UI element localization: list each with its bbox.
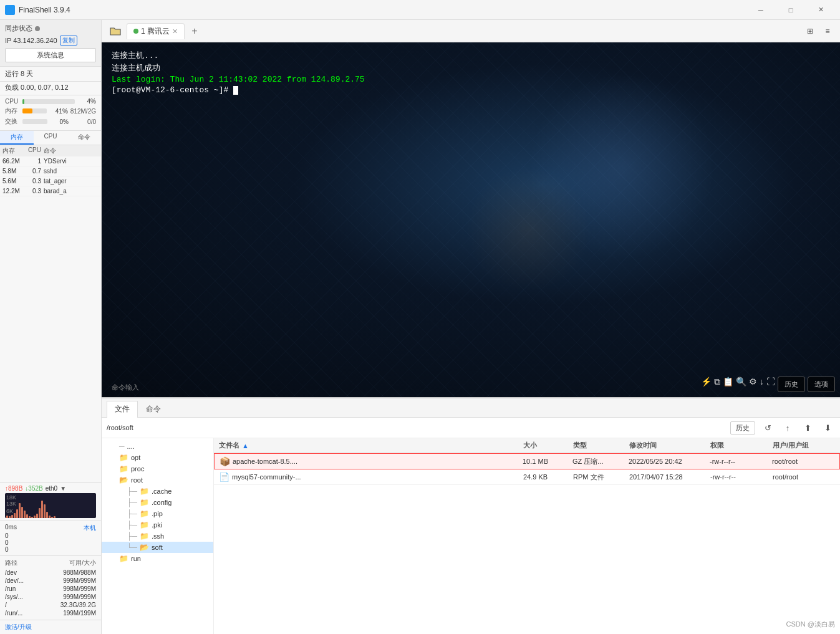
disk-col-size: 可用/大小 xyxy=(69,559,96,567)
file-icon[interactable]: 📋 xyxy=(723,377,733,392)
tab-command[interactable]: 命令 xyxy=(138,401,169,417)
tree-item-proc[interactable]: 📁 proc xyxy=(102,463,213,474)
tab-close-icon[interactable]: ✕ xyxy=(172,27,178,36)
latency-val2: 0 xyxy=(5,539,96,546)
file-size-tomcat: 10.1 MB xyxy=(523,458,572,465)
title-bar: FinalShell 3.9.4 ─ □ ✕ xyxy=(0,0,840,20)
latency-val3: 0 xyxy=(5,546,96,553)
terminal-area[interactable]: 连接主机... 连接主机成功 Last login: Thu Jun 2 11:… xyxy=(102,42,840,397)
tree-item-label: .pki xyxy=(152,521,162,529)
app-icon xyxy=(5,5,15,15)
minimize-button[interactable]: ─ xyxy=(746,0,775,20)
fullscreen-icon[interactable]: ⛶ xyxy=(766,377,775,392)
mem-percent: 41% xyxy=(49,108,68,115)
sync-status: 同步状态 xyxy=(5,24,96,33)
file-list-header: 文件名 ▲ 大小 类型 修改时间 权限 用户/用户组 xyxy=(214,438,840,453)
proc-list-header: 内存 CPU 命令 xyxy=(0,145,101,156)
copy-button[interactable]: 复制 xyxy=(60,36,77,46)
folder-icon-button[interactable] xyxy=(107,22,124,40)
download-file-icon[interactable]: ⬇ xyxy=(820,420,835,435)
search-icon[interactable]: 🔍 xyxy=(736,377,746,392)
window-controls: ─ □ ✕ xyxy=(746,0,835,20)
tree-item-cache[interactable]: ├─ 📁 .cache xyxy=(102,486,213,497)
proc-tab-cmd[interactable]: 命令 xyxy=(67,131,101,145)
proc-tab-cpu[interactable]: CPU xyxy=(34,131,67,145)
refresh-icon[interactable]: ↺ xyxy=(760,420,775,435)
proc-row[interactable]: 5.6M 0.3 tat_ager xyxy=(0,176,101,186)
folder-icon: 📁 xyxy=(140,487,149,496)
file-panel: /root/soft 历史 ↺ ↑ ⬆ ⬇ ─ .... xyxy=(102,418,840,634)
file-perm-mysql: -rw-r--r-- xyxy=(710,473,773,481)
file-icon-mysql: 📄 xyxy=(219,472,229,482)
download-icon[interactable]: ↓ xyxy=(760,377,764,392)
net-dropdown-icon[interactable]: ▼ xyxy=(60,485,66,492)
close-button[interactable]: ✕ xyxy=(806,0,835,20)
tree-item-opt[interactable]: 📁 opt xyxy=(102,452,213,463)
app-title: FinalShell 3.9.4 xyxy=(19,6,746,14)
settings-icon[interactable]: ⚙ xyxy=(749,377,757,392)
tab-file[interactable]: 文件 xyxy=(107,401,138,418)
file-date-tomcat: 2022/05/25 20:42 xyxy=(629,458,710,465)
lightning-icon[interactable]: ⚡ xyxy=(701,377,712,392)
network-section: ↑898B ↓352B eth0 ▼ 18K 13K 6K xyxy=(0,482,101,521)
folder-icon: 📁 xyxy=(140,521,149,529)
sync-label: 同步状态 xyxy=(5,24,32,33)
proc-row[interactable]: 66.2M 1 YDServi xyxy=(0,156,101,166)
tree-item-pki[interactable]: ├─ 📁 .pki xyxy=(102,519,213,531)
file-tree-content: ─ .... 📁 opt 📁 proc 📂 xyxy=(102,438,840,634)
upgrade-link[interactable]: 激活/升级 xyxy=(0,620,101,634)
latency-row: 0ms 本机 xyxy=(5,524,96,532)
copy-icon[interactable]: ⧉ xyxy=(714,377,720,392)
file-toolbar: /root/soft 历史 ↺ ↑ ⬆ ⬇ xyxy=(102,418,840,438)
cpu-label: CPU xyxy=(5,98,20,105)
tree-item-label: .pip xyxy=(152,510,163,517)
tree-line: ├─ xyxy=(127,509,137,518)
terminal-input-label: 命令输入 xyxy=(112,383,139,392)
net-download: ↓352B xyxy=(25,485,42,492)
maximize-button[interactable]: □ xyxy=(776,0,805,20)
terminal-cursor xyxy=(233,86,238,95)
swap-row: 交换 0% 0/0 xyxy=(5,117,96,126)
tab-tencent-cloud[interactable]: 1 腾讯云 ✕ xyxy=(127,23,185,39)
swap-percent: 0% xyxy=(50,118,69,125)
process-tabs: 内存 CPU 命令 xyxy=(0,131,101,145)
file-history-button[interactable]: 历史 xyxy=(730,421,755,435)
tree-item-pip[interactable]: ├─ 📁 .pip xyxy=(102,508,213,519)
file-type-mysql: RPM 文件 xyxy=(573,473,629,482)
proc-row[interactable]: 12.2M 0.3 barad_a xyxy=(0,186,101,196)
grid-view-button[interactable]: ⊞ xyxy=(803,24,818,39)
sysinfo-button[interactable]: 系统信息 xyxy=(5,48,96,62)
tree-item-dots[interactable]: ─ .... xyxy=(102,441,213,452)
proc-row[interactable]: 5.8M 0.7 sshd xyxy=(0,166,101,176)
term-line-1: 连接主机... xyxy=(112,50,830,61)
terminal-content: 连接主机... 连接主机成功 Last login: Thu Jun 2 11:… xyxy=(102,42,840,372)
upload-icon[interactable]: ⬆ xyxy=(800,420,815,435)
tree-item-ssh[interactable]: ├─ 📁 .ssh xyxy=(102,531,213,542)
ip-row: IP 43.142.36.240 复制 xyxy=(5,36,96,46)
tree-item-soft[interactable]: └─ 📂 soft xyxy=(102,542,213,553)
net-bars xyxy=(5,493,96,518)
cpu-bar-fill xyxy=(22,99,24,104)
folder-icon: 📁 xyxy=(140,509,149,518)
up-dir-icon[interactable]: ↑ xyxy=(780,420,795,435)
disk-col-path: 路径 xyxy=(5,559,17,567)
file-type-tomcat: GZ 压缩... xyxy=(572,457,629,466)
folder-icon: 📁 xyxy=(119,453,128,462)
tab-add-button[interactable]: + xyxy=(187,24,202,39)
tree-item-root[interactable]: 📂 root xyxy=(102,474,213,486)
cpu-value: 4% xyxy=(77,98,96,105)
disk-row: /sys/... 999M/999M xyxy=(5,593,96,601)
file-name-mysql: 📄 mysql57-community-... xyxy=(219,472,523,482)
list-view-button[interactable]: ≡ xyxy=(820,24,835,39)
file-size-mysql: 24.9 KB xyxy=(523,473,573,481)
proc-header-cpu: CPU xyxy=(26,146,41,155)
history-button[interactable]: 历史 xyxy=(778,377,805,392)
proc-tab-mem[interactable]: 内存 xyxy=(0,131,34,145)
file-perm-tomcat: -rw-r--r-- xyxy=(710,458,772,465)
file-row-tomcat[interactable]: 📦 apache-tomcat-8.5.... 10.1 MB GZ 压缩...… xyxy=(214,453,840,469)
terminal-toolbar: ⚡ ⧉ 📋 🔍 ⚙ ↓ ⛶ 历史 选项 xyxy=(701,377,835,392)
tree-item-config[interactable]: ├─ 📁 .config xyxy=(102,497,213,508)
file-row-mysql[interactable]: 📄 mysql57-community-... 24.9 KB RPM 文件 2… xyxy=(214,469,840,485)
tree-item-run[interactable]: 📁 run xyxy=(102,553,213,564)
options-button[interactable]: 选项 xyxy=(808,377,835,392)
